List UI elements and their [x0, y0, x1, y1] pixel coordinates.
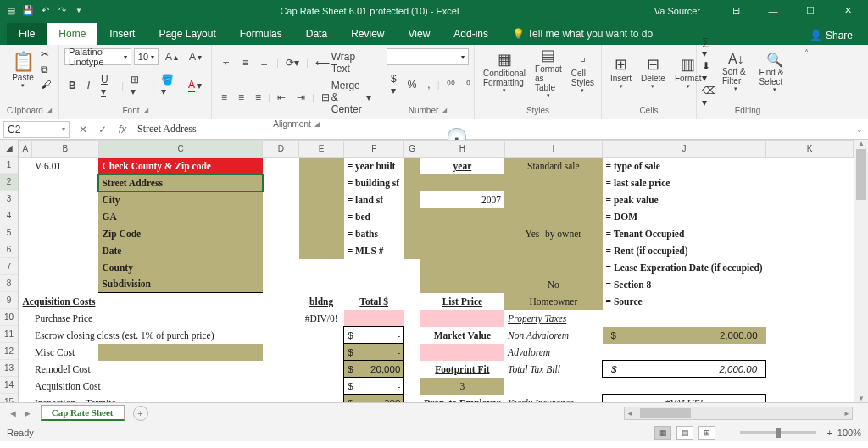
minimize-button[interactable]: — — [756, 1, 790, 21]
tell-me[interactable]: 💡 Tell me what you want to do — [500, 23, 665, 45]
orientation-icon[interactable]: ⟳▾ — [281, 54, 303, 71]
fill-color-button[interactable]: 🪣▾ — [157, 71, 181, 100]
tab-addins[interactable]: Add-ins — [442, 23, 500, 45]
decrease-indent-icon[interactable]: ⇤ — [273, 89, 290, 106]
increase-font-icon[interactable]: A▴ — [161, 48, 182, 65]
decrease-decimal-icon[interactable]: ⁰ — [462, 76, 475, 93]
redo-icon[interactable]: ↷ — [56, 5, 68, 17]
select-all-corner[interactable]: ◢ — [0, 140, 18, 157]
zoom-out-button[interactable]: — — [721, 428, 730, 438]
user-name[interactable]: Va Sourcer — [654, 6, 700, 16]
font-size-combo[interactable]: 10▾ — [134, 48, 159, 65]
zoom-slider[interactable] — [740, 431, 816, 434]
align-left-icon[interactable]: ≡ — [217, 89, 231, 106]
vertical-scroll-thumb[interactable] — [856, 149, 866, 200]
row-header[interactable]: 4 — [0, 207, 18, 224]
accounting-format-button[interactable]: $ ▾ — [387, 70, 401, 99]
underline-button[interactable]: U ▾ — [97, 71, 119, 100]
insert-cells-button[interactable]: ⊞Insert▾ — [607, 53, 635, 91]
horizontal-scroll-thumb[interactable] — [640, 408, 691, 418]
sheet-nav-prev-icon[interactable]: ◄ — [8, 408, 18, 418]
increase-indent-icon[interactable]: ⇥ — [292, 89, 309, 106]
percent-format-button[interactable]: % — [403, 76, 421, 93]
new-sheet-button[interactable]: + — [133, 406, 148, 421]
worksheet-grid[interactable]: ▮ ◢ 1 2 3 4 5 6 7 8 9 10 11 12 13 14 15 … — [0, 140, 868, 402]
row-header[interactable]: 13 — [0, 360, 18, 377]
zoom-in-button[interactable]: + — [826, 428, 832, 438]
format-as-table-button[interactable]: ▤Format as Table▾ — [531, 44, 565, 101]
delete-cells-button[interactable]: ⊟Delete▾ — [637, 53, 669, 91]
row-header[interactable]: 5 — [0, 224, 18, 241]
zoom-level[interactable]: 100% — [837, 428, 861, 438]
tab-review[interactable]: Review — [339, 23, 396, 45]
merge-center-button[interactable]: ⊟ Merge & Center ▾ — [317, 77, 376, 118]
enter-formula-icon[interactable]: ✓ — [98, 124, 107, 136]
view-page-break-icon[interactable]: ⊞ — [698, 426, 715, 440]
tab-formulas[interactable]: Formulas — [228, 23, 294, 45]
row-header[interactable]: 7 — [0, 258, 18, 275]
view-normal-icon[interactable]: ▦ — [654, 426, 671, 440]
fill-button[interactable]: ⬇ ▾ — [702, 60, 716, 84]
horizontal-scrollbar[interactable]: ◄ ► — [624, 407, 853, 420]
sort-filter-button[interactable]: A↓Sort & Filter▾ — [719, 50, 753, 94]
font-name-combo[interactable]: Palatino Linotype▾ — [64, 48, 131, 65]
row-header[interactable]: 3 — [0, 191, 18, 207]
row-header[interactable]: 1 — [0, 157, 18, 174]
name-box[interactable]: C2▾ — [3, 121, 70, 138]
align-center-icon[interactable]: ≡ — [234, 89, 248, 106]
share-button[interactable]: 👤 Share — [803, 26, 860, 45]
cancel-formula-icon[interactable]: ✕ — [79, 124, 87, 136]
align-top-icon[interactable]: ⫟ — [217, 54, 236, 71]
decrease-font-icon[interactable]: A▾ — [185, 48, 206, 65]
sheet-tab-active[interactable]: Cap Rate Sheet — [41, 405, 125, 421]
expand-formula-bar-icon[interactable]: ⌄ — [851, 125, 868, 134]
paste-button[interactable]: 📋Paste▾ — [8, 49, 38, 91]
conditional-formatting-button[interactable]: ▦Conditional Formatting▾ — [480, 48, 529, 96]
tab-view[interactable]: View — [397, 23, 442, 45]
formula-input[interactable]: Street Address — [132, 121, 851, 137]
italic-button[interactable]: I — [83, 77, 94, 94]
bold-button[interactable]: B — [64, 77, 81, 94]
row-header[interactable]: 10 — [0, 309, 18, 326]
row-header[interactable]: 14 — [0, 377, 18, 394]
align-right-icon[interactable]: ≡ — [251, 89, 265, 106]
cell-styles-button[interactable]: ▫Cell Styles▾ — [568, 49, 598, 96]
collapse-ribbon-icon[interactable]: ˄ — [798, 45, 814, 119]
insert-function-icon[interactable]: fx — [119, 124, 126, 136]
undo-icon[interactable]: ↶ — [39, 5, 51, 17]
view-page-layout-icon[interactable]: ▤ — [676, 426, 693, 440]
increase-decimal-icon[interactable]: ⁰⁰ — [442, 76, 459, 93]
format-painter-icon[interactable]: 🖌 — [41, 79, 51, 91]
comma-format-button[interactable]: , — [423, 76, 434, 93]
row-header[interactable]: 2 — [0, 174, 18, 191]
align-bottom-icon[interactable]: ⫠ — [255, 54, 274, 71]
sheet-nav-next-icon[interactable]: ► — [23, 408, 32, 418]
ribbon-options-icon[interactable]: ⊟ — [719, 1, 753, 21]
maximize-button[interactable]: ☐ — [793, 1, 827, 21]
tab-home[interactable]: Home — [47, 23, 97, 45]
cells-table[interactable]: ABCDEFGHIJK V 6.01Check County & Zip cod… — [19, 140, 854, 412]
row-header[interactable]: 12 — [0, 343, 18, 360]
find-select-button[interactable]: 🔍Find & Select▾ — [755, 50, 793, 95]
number-format-combo[interactable]: ▾ — [387, 48, 469, 65]
save-icon[interactable]: 💾 — [22, 5, 34, 17]
wrap-text-button[interactable]: ⟵ Wrap Text — [311, 48, 376, 77]
scroll-up-icon[interactable]: ▲ — [854, 140, 868, 147]
close-button[interactable]: ✕ — [831, 1, 865, 21]
qat-dropdown-icon[interactable]: ▼ — [73, 5, 85, 17]
copy-icon[interactable]: ⧉ — [41, 64, 51, 75]
tab-data[interactable]: Data — [294, 23, 339, 45]
row-header[interactable]: 9 — [0, 292, 18, 309]
align-middle-icon[interactable]: ≡ — [238, 54, 253, 71]
font-color-button[interactable]: A▾ — [184, 76, 206, 95]
row-header[interactable]: 8 — [0, 275, 18, 292]
tab-page-layout[interactable]: Page Layout — [147, 23, 227, 45]
scroll-down-icon[interactable]: ▼ — [854, 395, 868, 402]
row-header[interactable]: 6 — [0, 241, 18, 258]
cut-icon[interactable]: ✂ — [41, 48, 51, 60]
tab-file[interactable]: File — [7, 23, 47, 45]
row-header[interactable]: 11 — [0, 326, 18, 343]
tab-insert[interactable]: Insert — [97, 23, 147, 45]
autosum-button[interactable]: ∑ ▾ — [702, 36, 716, 59]
borders-button[interactable]: ⊞ ▾ — [126, 71, 149, 100]
